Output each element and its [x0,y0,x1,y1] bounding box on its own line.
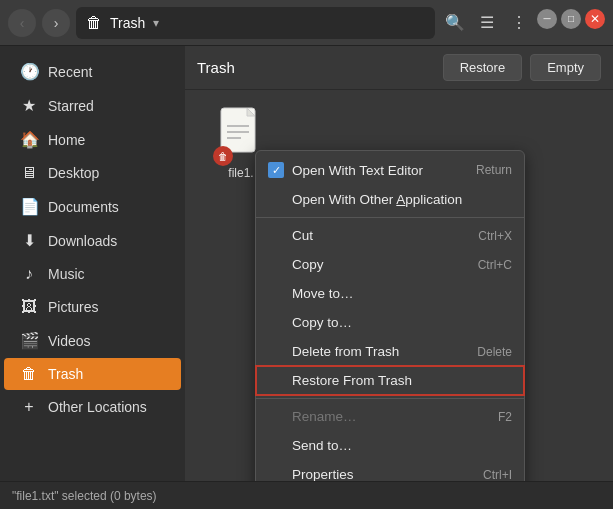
ctx-label: Properties [292,467,354,481]
back-icon: ‹ [20,15,25,31]
content-title: Trash [197,59,435,76]
sidebar-item-label: Music [48,266,85,282]
close-button[interactable]: ✕ [585,9,605,29]
sidebar: 🕐 Recent ★ Starred 🏠 Home 🖥 Desktop 📄 Do… [0,46,185,481]
close-icon: ✕ [590,12,600,26]
sidebar-item-home[interactable]: 🏠 Home [4,123,181,156]
ctx-label: Copy to… [292,315,352,330]
ctx-copy-to[interactable]: Copy to… [256,308,524,337]
sidebar-item-label: Videos [48,333,91,349]
view-options-icon: ⋮ [511,13,527,32]
trash-badge: 🗑 [213,146,233,166]
file-grid[interactable]: 🗑 file1. ✓ Open With Text Editor Return … [185,90,613,481]
titlebar-actions: 🔍 ☰ ⋮ ─ □ ✕ [441,9,605,37]
sidebar-item-documents[interactable]: 📄 Documents [4,190,181,223]
ctx-label: Copy [292,257,324,272]
restore-button[interactable]: Restore [443,54,523,81]
sidebar-item-trash[interactable]: 🗑 Trash [4,358,181,390]
ctx-shortcut: Return [476,163,512,177]
sidebar-item-videos[interactable]: 🎬 Videos [4,324,181,357]
location-text: Trash [110,15,145,31]
ctx-check-icon: ✓ [268,162,284,178]
location-icon: 🗑 [86,14,102,32]
ctx-open-text-editor[interactable]: ✓ Open With Text Editor Return [256,155,524,185]
ctx-label: Delete from Trash [292,344,399,359]
home-icon: 🏠 [20,130,38,149]
starred-icon: ★ [20,96,38,115]
sidebar-item-other-locations[interactable]: + Other Locations [4,391,181,423]
ctx-properties[interactable]: Properties Ctrl+I [256,460,524,481]
sidebar-item-label: Documents [48,199,119,215]
content-header: Trash Restore Empty [185,46,613,90]
back-button[interactable]: ‹ [8,9,36,37]
ctx-move-to[interactable]: Move to… [256,279,524,308]
sidebar-item-label: Home [48,132,85,148]
sidebar-item-label: Trash [48,366,83,382]
content-area: Trash Restore Empty 🗑 file1. [185,46,613,481]
ctx-label: Restore From Trash [292,373,412,388]
context-menu: ✓ Open With Text Editor Return Open With… [255,150,525,481]
ctx-delete-trash[interactable]: Delete from Trash Delete [256,337,524,366]
view-list-icon: ☰ [480,13,494,32]
location-bar[interactable]: 🗑 Trash ▾ [76,7,435,39]
ctx-label: Open With Other Application [292,192,462,207]
ctx-shortcut: Ctrl+X [478,229,512,243]
sidebar-item-label: Downloads [48,233,117,249]
sidebar-item-label: Other Locations [48,399,147,415]
view-options-button[interactable]: ⋮ [505,9,533,37]
pictures-icon: 🖼 [20,298,38,316]
status-text: "file1.txt" selected (0 bytes) [12,489,157,503]
videos-icon: 🎬 [20,331,38,350]
ctx-restore-trash[interactable]: Restore From Trash [256,366,524,395]
forward-icon: › [54,15,59,31]
downloads-icon: ⬇ [20,231,38,250]
sidebar-item-recent[interactable]: 🕐 Recent [4,55,181,88]
ctx-label: Open With Text Editor [292,163,423,178]
other-locations-icon: + [20,398,38,416]
statusbar: "file1.txt" selected (0 bytes) [0,481,613,509]
search-button[interactable]: 🔍 [441,9,469,37]
ctx-label: Send to… [292,438,352,453]
ctx-cut[interactable]: Cut Ctrl+X [256,221,524,250]
file-label: file1. [228,166,253,180]
ctx-rename[interactable]: Rename… F2 [256,402,524,431]
sidebar-item-label: Recent [48,64,92,80]
desktop-icon: 🖥 [20,164,38,182]
sidebar-item-desktop[interactable]: 🖥 Desktop [4,157,181,189]
sidebar-item-label: Pictures [48,299,99,315]
sidebar-item-music[interactable]: ♪ Music [4,258,181,290]
main-layout: 🕐 Recent ★ Starred 🏠 Home 🖥 Desktop 📄 Do… [0,46,613,481]
sidebar-item-starred[interactable]: ★ Starred [4,89,181,122]
maximize-button[interactable]: □ [561,9,581,29]
ctx-shortcut: Delete [477,345,512,359]
ctx-open-other[interactable]: Open With Other Application [256,185,524,214]
location-dropdown-icon: ▾ [153,16,159,30]
ctx-shortcut: Ctrl+I [483,468,512,482]
documents-icon: 📄 [20,197,38,216]
music-icon: ♪ [20,265,38,283]
trash-icon: 🗑 [20,365,38,383]
sidebar-item-downloads[interactable]: ⬇ Downloads [4,224,181,257]
minimize-button[interactable]: ─ [537,9,557,29]
ctx-label: Cut [292,228,313,243]
ctx-label: Move to… [292,286,354,301]
ctx-send-to[interactable]: Send to… [256,431,524,460]
minimize-icon: ─ [543,13,550,24]
ctx-shortcut: Ctrl+C [478,258,512,272]
search-icon: 🔍 [445,13,465,32]
recent-icon: 🕐 [20,62,38,81]
ctx-label: Rename… [292,409,357,424]
ctx-divider-2 [256,398,524,399]
view-list-button[interactable]: ☰ [473,9,501,37]
ctx-copy[interactable]: Copy Ctrl+C [256,250,524,279]
ctx-divider-1 [256,217,524,218]
ctx-shortcut: F2 [498,410,512,424]
titlebar: ‹ › 🗑 Trash ▾ 🔍 ☰ ⋮ ─ □ ✕ [0,0,613,46]
forward-button[interactable]: › [42,9,70,37]
sidebar-item-pictures[interactable]: 🖼 Pictures [4,291,181,323]
maximize-icon: □ [568,13,574,24]
empty-button[interactable]: Empty [530,54,601,81]
sidebar-item-label: Desktop [48,165,99,181]
sidebar-item-label: Starred [48,98,94,114]
